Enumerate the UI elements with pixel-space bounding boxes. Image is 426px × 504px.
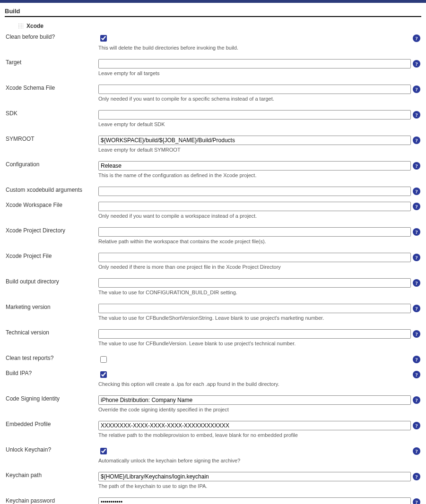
help-icon[interactable]: ? — [413, 396, 420, 404]
help-icon[interactable]: ? — [413, 356, 420, 363]
unlock-keychain-input[interactable] — [100, 448, 107, 454]
form-row: Xcode Project File?Only needed if there … — [5, 251, 421, 274]
form-row: Keychain password?The password to use to… — [5, 496, 421, 504]
help-icon[interactable]: ? — [413, 60, 420, 68]
embedded-profile-description: The relative path to the mobileprovision… — [98, 432, 420, 438]
sdk-description: Leave empty for default SDK — [98, 121, 420, 127]
section-title: Build — [5, 7, 421, 17]
symroot-input[interactable] — [98, 136, 411, 145]
clean-test-reports-input[interactable] — [100, 356, 107, 363]
xcode-project-dir-description: Relative path within the workspace that … — [98, 239, 420, 244]
xcode-project-file-input[interactable] — [98, 253, 411, 262]
help-icon[interactable]: ? — [413, 330, 420, 338]
help-icon[interactable]: ? — [413, 422, 420, 429]
sdk-input[interactable] — [98, 110, 411, 120]
technical-version-description: The value to use for CFBundleVersion. Le… — [98, 341, 420, 346]
technical-version-label: Technical version — [5, 328, 97, 350]
clean-before-build-description: This will delete the build directories b… — [98, 45, 420, 51]
group-title: Xcode — [26, 23, 43, 29]
help-icon[interactable]: ? — [413, 203, 420, 210]
symroot-label: SYMROOT — [5, 134, 97, 157]
configuration-description: This is the name of the configuration as… — [98, 172, 420, 178]
xcode-project-dir-label: Xcode Project Directory — [5, 226, 97, 248]
symroot-description: Leave empty for default SYMROOT — [98, 147, 420, 153]
help-icon[interactable]: ? — [413, 447, 420, 455]
help-icon[interactable]: ? — [413, 254, 420, 261]
keychain-password-label: Keychain password — [5, 496, 97, 504]
help-icon[interactable]: ? — [413, 137, 420, 144]
xcode-schema-file-description: Only needed if you want to compile for a… — [98, 96, 420, 102]
xcode-schema-file-label: Xcode Schema File — [5, 83, 97, 106]
form-row: Xcode Project Directory?Relative path wi… — [5, 226, 421, 248]
help-icon[interactable]: ? — [413, 305, 420, 312]
help-icon[interactable]: ? — [413, 34, 420, 42]
xcode-project-dir-input[interactable] — [98, 227, 411, 237]
keychain-path-input[interactable] — [98, 472, 411, 481]
help-icon[interactable]: ? — [413, 111, 420, 119]
form-row: Clean test reports?? — [5, 353, 421, 366]
help-icon[interactable]: ? — [413, 279, 420, 287]
xcode-workspace-file-input[interactable] — [98, 202, 411, 211]
xcode-workspace-file-description: Only needed if you want to compile a wor… — [98, 213, 420, 219]
help-icon[interactable]: ? — [413, 498, 420, 504]
code-signing-identity-description: Override the code signing identity speci… — [98, 407, 420, 412]
build-ipa-description: Checking this option will create a .ipa … — [98, 381, 420, 387]
marketing-version-label: Marketing version — [5, 302, 97, 325]
build-ipa-input[interactable] — [100, 371, 107, 378]
technical-version-input[interactable] — [98, 329, 411, 339]
keychain-password-input[interactable] — [98, 497, 411, 504]
help-icon[interactable]: ? — [413, 228, 420, 236]
clean-test-reports-label: Clean test reports? — [5, 353, 97, 366]
marketing-version-description: The value to use for CFBundleShortVersio… — [98, 315, 420, 321]
help-icon[interactable]: ? — [413, 85, 420, 93]
form-row: Xcode Schema File?Only needed if you wan… — [5, 83, 421, 106]
xcode-workspace-file-label: Xcode Workspace File — [5, 200, 97, 223]
custom-xcodebuild-args-label: Custom xcodebuild arguments — [5, 185, 97, 197]
group-title-row: Xcode — [5, 22, 421, 32]
form-row: SYMROOT?Leave empty for default SYMROOT — [5, 134, 421, 157]
build-output-dir-input[interactable] — [98, 278, 411, 288]
build-output-dir-label: Build output directory — [5, 277, 97, 299]
target-label: Target — [5, 58, 97, 80]
embedded-profile-input[interactable] — [98, 421, 411, 430]
configuration-input[interactable] — [98, 161, 411, 171]
form-row: Embedded Profile?The relative path to th… — [5, 419, 421, 442]
form-row: Configuration?This is the name of the co… — [5, 160, 421, 182]
code-signing-identity-label: Code Signing Identity — [5, 394, 97, 417]
form-row: Target?Leave empty for all targets — [5, 58, 421, 80]
help-icon[interactable]: ? — [413, 473, 420, 480]
help-icon[interactable]: ? — [413, 188, 420, 195]
build-form: Clean before build??This will delete the… — [5, 32, 421, 504]
custom-xcodebuild-args-input[interactable] — [98, 187, 411, 196]
form-row: Xcode Workspace File?Only needed if you … — [5, 200, 421, 223]
form-row: Custom xcodebuild arguments? — [5, 185, 421, 197]
xcode-project-file-description: Only needed if there is more than one pr… — [98, 264, 420, 270]
help-icon[interactable]: ? — [413, 162, 420, 170]
target-description: Leave empty for all targets — [98, 70, 420, 76]
build-output-dir-description: The value to use for CONFIGURATION_BUILD… — [98, 290, 420, 295]
help-icon[interactable]: ? — [413, 371, 420, 378]
keychain-path-description: The path of the keychain to use to sign … — [98, 483, 420, 489]
embedded-profile-label: Embedded Profile — [5, 419, 97, 442]
form-row: Unlock Keychain??Automatically unlock th… — [5, 445, 421, 468]
xcode-schema-file-input[interactable] — [98, 85, 411, 94]
clean-before-build-input[interactable] — [100, 35, 107, 42]
sdk-label: SDK — [5, 109, 97, 131]
target-input[interactable] — [98, 59, 411, 68]
xcode-project-file-label: Xcode Project File — [5, 251, 97, 274]
form-row: Marketing version?The value to use for C… — [5, 302, 421, 325]
configuration-label: Configuration — [5, 160, 97, 182]
keychain-path-label: Keychain path — [5, 470, 97, 493]
unlock-keychain-label: Unlock Keychain? — [5, 445, 97, 468]
drag-handle-icon[interactable] — [18, 23, 24, 29]
form-row: Build output directory?The value to use … — [5, 277, 421, 299]
unlock-keychain-description: Automatically unlock the keychain before… — [98, 458, 420, 463]
form-row: SDK?Leave empty for default SDK — [5, 109, 421, 131]
form-row: Technical version?The value to use for C… — [5, 328, 421, 350]
build-ipa-label: Build IPA? — [5, 368, 97, 391]
code-signing-identity-input[interactable] — [98, 395, 411, 405]
form-row: Build IPA??Checking this option will cre… — [5, 368, 421, 391]
marketing-version-input[interactable] — [98, 304, 411, 313]
form-row: Keychain path?The path of the keychain t… — [5, 470, 421, 493]
clean-before-build-label: Clean before build? — [5, 32, 97, 55]
